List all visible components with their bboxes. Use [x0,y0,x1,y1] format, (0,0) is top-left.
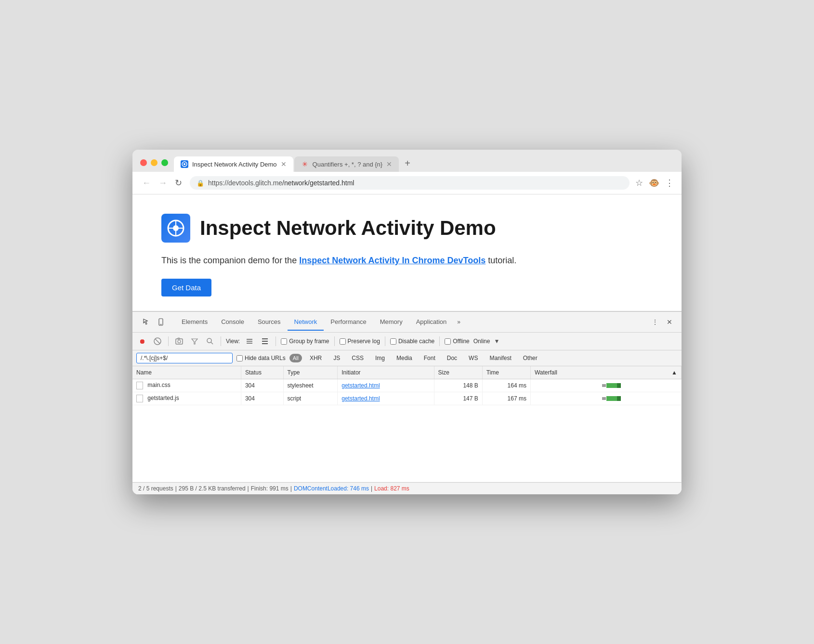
group-by-frame-checkbox[interactable] [281,338,287,345]
hide-data-urls-checkbox[interactable] [236,355,243,361]
network-table-container: Name Status Type Initiator Size Time Wat… [132,366,682,482]
more-tabs-button[interactable]: » [453,314,464,330]
new-tab-button[interactable]: + [400,155,415,171]
clear-button[interactable] [152,335,163,347]
col-type[interactable]: Type [283,366,338,379]
cell-status-1: 304 [241,379,283,392]
js-filter[interactable]: JS [329,354,344,362]
disable-cache-label[interactable]: Disable cache [390,338,434,345]
table-header-row: Name Status Type Initiator Size Time Wat… [132,366,682,379]
regex-icon: ✳ [301,160,309,168]
lock-icon: 🔒 [197,180,204,187]
col-size[interactable]: Size [434,366,482,379]
list-view-button[interactable] [244,335,255,347]
url-domain: https://devtools.glitch.me [208,179,282,187]
tab-application[interactable]: Application [409,314,454,331]
description-prefix: This is the companion demo for the [161,256,299,265]
tab-console[interactable]: Console [214,314,251,331]
devtools-tab-icons [136,312,171,332]
nav-buttons: ← → ↻ [140,176,184,190]
css-filter[interactable]: CSS [348,354,368,362]
cell-initiator-2: getstarted.html [338,392,434,405]
get-data-button[interactable]: Get Data [161,279,211,296]
menu-icon[interactable]: ⋮ [665,178,674,188]
forward-button[interactable]: → [157,176,169,190]
url-bar[interactable]: 🔒 https://devtools.glitch.me/network/get… [190,176,630,190]
col-waterfall[interactable]: Waterfall ▲ [530,366,681,379]
bookmark-icon[interactable]: ☆ [635,178,643,188]
ws-filter[interactable]: WS [465,354,482,362]
other-filter[interactable]: Other [519,354,541,362]
maximize-button[interactable] [161,159,168,166]
doc-filter[interactable]: Doc [443,354,461,362]
record-button[interactable]: ⏺ [136,335,148,347]
finish-time: Finish: 991 ms [251,485,289,492]
search-button[interactable] [204,335,216,347]
reload-button[interactable]: ↻ [173,176,184,190]
devtools-close-icon[interactable]: ✕ [663,316,676,328]
online-label: Online [473,338,490,345]
file-icon-1 [136,382,143,389]
large-rows-button[interactable] [259,335,271,347]
preserve-log-checkbox[interactable] [340,338,346,345]
inspect-element-icon[interactable] [140,316,153,328]
table-row[interactable]: getstarted.js 304 script getstarted.html… [132,392,682,405]
dom-content-loaded: DOMContentLoaded: 746 ms [294,485,369,492]
devtools-tabs: Elements Console Sources Network Perform… [132,312,682,333]
tab2-label: Quantifiers +, *, ? and {n} [313,161,383,168]
throttle-dropdown-icon[interactable]: ▼ [494,338,499,345]
tab-quantifiers[interactable]: ✳ Quantifiers +, *, ? and {n} ✕ [294,156,399,172]
tab1-close[interactable]: ✕ [281,160,287,168]
tab-network[interactable]: Network [288,314,324,331]
network-toolbar: ⏺ [132,333,682,350]
hide-data-urls-checkbox-group[interactable]: Hide data URLs [236,355,286,361]
svg-rect-10 [176,339,183,344]
cell-waterfall-1 [530,379,681,392]
offline-checkbox[interactable] [445,338,451,345]
media-filter[interactable]: Media [393,354,416,362]
page-logo [161,214,190,243]
tab-sources[interactable]: Sources [251,314,288,331]
view-label: View: [226,338,240,345]
cell-waterfall-2 [530,392,681,405]
group-by-frame-label[interactable]: Group by frame [281,338,329,345]
cell-size-2: 147 B [434,392,482,405]
manifest-filter[interactable]: Manifest [486,354,515,362]
devtools-menu-icon[interactable]: ⋮ [649,316,661,328]
preserve-log-label[interactable]: Preserve log [340,338,380,345]
tab-memory[interactable]: Memory [373,314,409,331]
close-button[interactable] [140,159,147,166]
tab-performance[interactable]: Performance [324,314,373,331]
browser-tabs: Inspect Network Activity Demo ✕ ✳ Quanti… [174,155,415,172]
xhr-filter[interactable]: XHR [306,354,326,362]
devtools-link[interactable]: Inspect Network Activity In Chrome DevTo… [299,256,486,265]
tab2-close[interactable]: ✕ [386,160,392,168]
minimize-button[interactable] [151,159,158,166]
img-filter[interactable]: Img [371,354,389,362]
disable-cache-checkbox[interactable] [390,338,396,345]
col-status[interactable]: Status [241,366,283,379]
device-toolbar-icon[interactable] [155,316,167,328]
back-button[interactable]: ← [140,176,153,190]
tab-elements[interactable]: Elements [175,314,214,331]
col-name[interactable]: Name [132,366,241,379]
all-filter-badge[interactable]: All [289,354,302,362]
avatar-icon[interactable]: 🐵 [649,178,659,188]
offline-label[interactable]: Offline [445,338,469,345]
initiator-link-1[interactable]: getstarted.html [341,382,380,389]
camera-button[interactable] [173,335,185,347]
col-time[interactable]: Time [482,366,530,379]
col-initiator[interactable]: Initiator [338,366,434,379]
title-bar: Inspect Network Activity Demo ✕ ✳ Quanti… [132,150,682,172]
description-suffix: tutorial. [486,256,516,265]
network-table: Name Status Type Initiator Size Time Wat… [132,366,682,482]
address-bar-actions: ☆ 🐵 ⋮ [635,178,674,188]
cell-name-1: main.css [132,379,241,392]
initiator-link-2[interactable]: getstarted.html [341,395,380,402]
filter-button[interactable] [189,335,200,347]
table-row[interactable]: main.css 304 stylesheet getstarted.html … [132,379,682,392]
cell-time-1: 164 ms [482,379,530,392]
font-filter[interactable]: Font [420,354,439,362]
filter-input[interactable] [136,353,233,363]
tab-inspect-network[interactable]: Inspect Network Activity Demo ✕ [174,156,293,172]
